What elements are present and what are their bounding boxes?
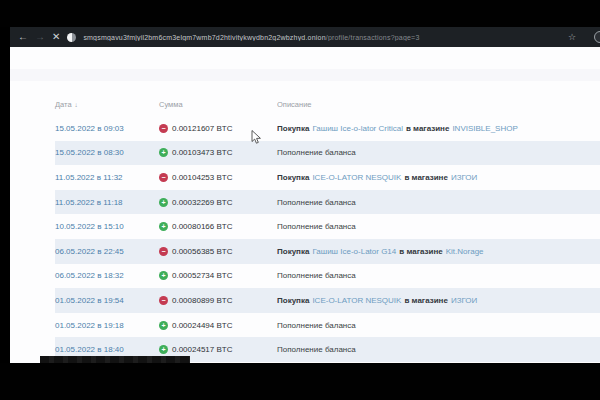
action-label: Покупка [277,124,309,133]
table-row: 06.05.2022 в 18:32 +0.00052734 BTC Попол… [55,264,600,289]
amount: 0.00052734 BTC [172,271,233,280]
sort-desc-icon: ↓ [75,101,78,108]
table-row: 11.05.2022 в 11:32 −0.00104253 BTC Покуп… [55,165,600,190]
credit-icon: + [159,321,168,330]
shop-link[interactable]: ИЗГОИ [451,296,477,305]
mouse-cursor [251,130,263,145]
description-label: Пополнение баланса [277,345,356,354]
in-shop-label: в магазине [404,296,447,305]
credit-icon: + [159,148,168,157]
transaction-date-link[interactable]: 06.05.2022 в 22:45 [55,247,124,256]
product-link[interactable]: Гашиш Ice-o-Lator G14 [312,247,396,256]
description-label: Пополнение баланса [277,321,356,330]
letterbox-bottom [0,363,600,400]
header-date[interactable]: Дата↓ [55,100,159,109]
credit-icon: + [159,271,168,280]
shop-link[interactable]: ИЗГОИ [451,173,477,182]
page-top-band [10,69,600,81]
header-description: Описание [277,100,600,109]
action-label: Покупка [277,296,309,305]
transactions-page: Дата↓ Сумма Описание 15.05.2022 в 09:03 … [10,47,600,363]
amount: 0.00024517 BTC [172,345,233,354]
profile-icon[interactable] [594,31,600,43]
letterbox-top [0,0,600,27]
table-row: 06.05.2022 в 22:45 −0.00056385 BTC Покуп… [55,239,600,264]
amount: 0.00104253 BTC [172,173,233,182]
shop-link[interactable]: Kit.Norage [446,247,484,256]
action-label: Покупка [277,247,309,256]
action-label: Покупка [277,173,309,182]
url-host: smgsmgavu3fmjyil2bm6cm3elgm7wmb7d2htivit… [83,34,325,41]
amount: 0.00032269 BTC [172,198,233,207]
bookmark-icon[interactable]: ☆ [568,32,576,42]
debit-icon: − [159,296,168,305]
description-label: Пополнение баланса [277,148,356,157]
header-description-label: Описание [277,100,312,109]
table-row: 01.05.2022 в 19:54 −0.00080899 BTC Покуп… [55,288,600,313]
debit-icon: − [159,247,168,256]
description-label: Пополнение баланса [277,271,356,280]
product-link[interactable]: ICE-O-LATOR NESQUIK [312,296,401,305]
back-icon[interactable]: ← [18,32,28,42]
table-row: 01.05.2022 в 19:18 +0.00024494 BTC Попол… [55,313,600,338]
table-row: 11.05.2022 в 11:18 +0.00032269 BTC Попол… [55,190,600,215]
in-shop-label: в магазине [404,173,447,182]
amount: 0.00024494 BTC [172,321,233,330]
background-window-edge [0,27,10,363]
address-bar[interactable]: smgsmgavu3fmjyil2bm6cm3elgm7wmb7d2htivit… [83,34,561,41]
browser-toolbar: ← → ✕ smgsmgavu3fmjyil2bm6cm3elgm7wmb7d2… [10,27,600,47]
amount: 0.00080899 BTC [172,296,233,305]
transaction-date-link[interactable]: 11.05.2022 в 11:32 [55,173,123,182]
credit-icon: + [159,198,168,207]
description-label: Пополнение баланса [277,222,356,231]
header-date-label: Дата [55,100,72,109]
debit-icon: − [159,173,168,182]
amount: 0.00121607 BTC [172,124,233,133]
description-label: Пополнение баланса [277,198,356,207]
header-amount-label: Сумма [159,100,183,109]
amount: 0.00103473 BTC [172,148,233,157]
browser-window: ← → ✕ smgsmgavu3fmjyil2bm6cm3elgm7wmb7d2… [10,27,600,363]
transaction-date-link[interactable]: 01.05.2022 в 19:54 [55,296,124,305]
transaction-date-link[interactable]: 11.05.2022 в 11:18 [55,198,123,207]
product-link[interactable]: Гашиш Ice-o-lator Critical [312,124,403,133]
in-shop-label: в магазине [399,247,442,256]
credit-icon: + [159,345,168,354]
table-header-row: Дата↓ Сумма Описание [55,92,600,116]
forward-icon[interactable]: → [35,32,45,42]
transaction-date-link[interactable]: 15.05.2022 в 08:30 [55,148,124,157]
site-info-icon[interactable] [67,33,76,42]
stop-icon[interactable]: ✕ [52,32,60,42]
shop-link[interactable]: INVISIBLE_SHOP [452,124,517,133]
credit-icon: + [159,222,168,231]
transaction-date-link[interactable]: 15.05.2022 в 09:03 [55,124,124,133]
debit-icon: − [159,124,168,133]
transaction-date-link[interactable]: 01.05.2022 в 18:40 [55,345,124,354]
table-row: 15.05.2022 в 08:30 +0.00103473 BTC Попол… [55,141,600,166]
table-row: 10.05.2022 в 15:10 +0.00080166 BTC Попол… [55,214,600,239]
transaction-date-link[interactable]: 01.05.2022 в 19:18 [55,321,124,330]
in-shop-label: в магазине [406,124,449,133]
transaction-date-link[interactable]: 10.05.2022 в 15:10 [55,222,124,231]
amount: 0.00080166 BTC [172,222,233,231]
transaction-date-link[interactable]: 06.05.2022 в 18:32 [55,271,124,280]
url-path: /profile/transactions?page=3 [326,34,420,41]
table-row: 15.05.2022 в 09:03 −0.00121607 BTC Покуп… [55,116,600,141]
transactions-table: Дата↓ Сумма Описание 15.05.2022 в 09:03 … [55,92,600,362]
header-amount: Сумма [159,100,277,109]
amount: 0.00056385 BTC [172,247,233,256]
screen: ← → ✕ smgsmgavu3fmjyil2bm6cm3elgm7wmb7d2… [0,0,600,400]
product-link[interactable]: ICE-O-LATOR NESQUIK [312,173,401,182]
